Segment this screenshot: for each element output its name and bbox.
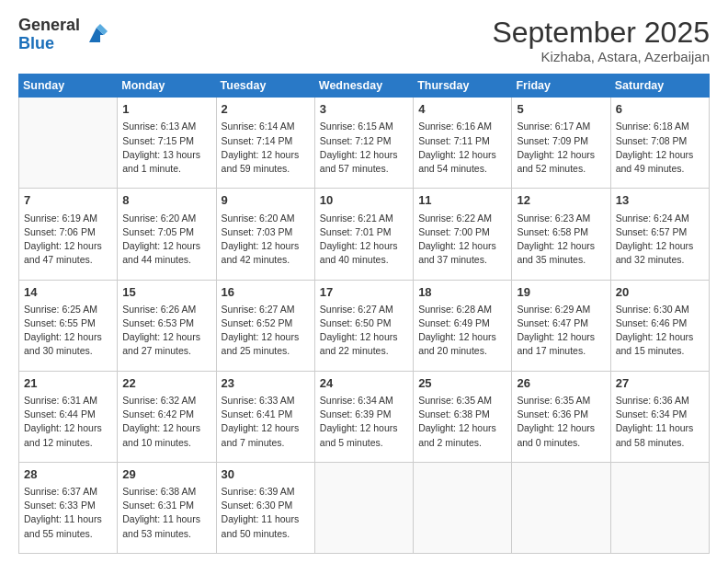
day-cell: 22Sunrise: 6:32 AM Sunset: 6:42 PM Dayli… — [118, 371, 216, 462]
day-cell: 30Sunrise: 6:39 AM Sunset: 6:30 PM Dayli… — [216, 462, 314, 553]
day-info: Sunrise: 6:35 AM Sunset: 6:38 PM Dayligh… — [418, 394, 506, 450]
day-number: 3 — [320, 101, 408, 118]
day-info: Sunrise: 6:14 AM Sunset: 7:14 PM Dayligh… — [222, 120, 310, 176]
day-cell — [512, 462, 610, 553]
week-row-2: 14Sunrise: 6:25 AM Sunset: 6:55 PM Dayli… — [19, 280, 710, 371]
day-info: Sunrise: 6:26 AM Sunset: 6:53 PM Dayligh… — [122, 303, 210, 359]
page: General Blue September 2025 Kizhaba, Ast… — [0, 0, 728, 563]
day-number: 4 — [418, 101, 506, 118]
day-info: Sunrise: 6:15 AM Sunset: 7:12 PM Dayligh… — [320, 120, 408, 176]
day-cell: 25Sunrise: 6:35 AM Sunset: 6:38 PM Dayli… — [414, 371, 512, 462]
day-info: Sunrise: 6:39 AM Sunset: 6:30 PM Dayligh… — [222, 485, 310, 541]
day-number: 25 — [418, 375, 506, 392]
day-cell: 19Sunrise: 6:29 AM Sunset: 6:47 PM Dayli… — [512, 280, 610, 371]
day-number: 22 — [122, 375, 210, 392]
day-cell: 3Sunrise: 6:15 AM Sunset: 7:12 PM Daylig… — [314, 98, 413, 189]
day-number: 21 — [24, 375, 112, 392]
day-cell: 2Sunrise: 6:14 AM Sunset: 7:14 PM Daylig… — [216, 98, 314, 189]
day-number: 15 — [122, 284, 210, 301]
day-number: 9 — [222, 192, 310, 209]
day-info: Sunrise: 6:33 AM Sunset: 6:41 PM Dayligh… — [222, 394, 310, 450]
day-number: 30 — [222, 466, 310, 483]
week-row-4: 28Sunrise: 6:37 AM Sunset: 6:33 PM Dayli… — [19, 462, 710, 553]
day-info: Sunrise: 6:13 AM Sunset: 7:15 PM Dayligh… — [122, 120, 210, 176]
day-cell: 13Sunrise: 6:24 AM Sunset: 6:57 PM Dayli… — [610, 189, 709, 280]
logo: General Blue — [18, 17, 109, 53]
day-cell: 5Sunrise: 6:17 AM Sunset: 7:09 PM Daylig… — [512, 98, 610, 189]
calendar-table: SundayMondayTuesdayWednesdayThursdayFrid… — [18, 74, 710, 554]
day-info: Sunrise: 6:34 AM Sunset: 6:39 PM Dayligh… — [320, 394, 408, 450]
day-info: Sunrise: 6:17 AM Sunset: 7:09 PM Dayligh… — [517, 120, 605, 176]
day-cell — [414, 462, 512, 553]
day-cell — [314, 462, 413, 553]
week-row-0: 1Sunrise: 6:13 AM Sunset: 7:15 PM Daylig… — [19, 98, 710, 189]
day-info: Sunrise: 6:35 AM Sunset: 6:36 PM Dayligh… — [517, 394, 605, 450]
weekday-friday: Friday — [512, 75, 610, 98]
day-info: Sunrise: 6:18 AM Sunset: 7:08 PM Dayligh… — [616, 120, 704, 176]
day-cell: 14Sunrise: 6:25 AM Sunset: 6:55 PM Dayli… — [19, 280, 118, 371]
day-number: 6 — [616, 101, 704, 118]
day-info: Sunrise: 6:27 AM Sunset: 6:52 PM Dayligh… — [222, 303, 310, 359]
weekday-thursday: Thursday — [414, 75, 512, 98]
day-cell: 27Sunrise: 6:36 AM Sunset: 6:34 PM Dayli… — [610, 371, 709, 462]
day-info: Sunrise: 6:37 AM Sunset: 6:33 PM Dayligh… — [24, 485, 112, 541]
day-cell: 16Sunrise: 6:27 AM Sunset: 6:52 PM Dayli… — [216, 280, 314, 371]
day-number: 10 — [320, 192, 408, 209]
day-info: Sunrise: 6:27 AM Sunset: 6:50 PM Dayligh… — [320, 303, 408, 359]
day-number: 2 — [222, 101, 310, 118]
logo-blue: Blue — [18, 35, 80, 53]
day-number: 13 — [616, 192, 704, 209]
day-info: Sunrise: 6:31 AM Sunset: 6:44 PM Dayligh… — [24, 394, 112, 450]
day-cell: 4Sunrise: 6:16 AM Sunset: 7:11 PM Daylig… — [414, 98, 512, 189]
day-number: 28 — [24, 466, 112, 483]
day-cell — [19, 98, 118, 189]
day-cell: 17Sunrise: 6:27 AM Sunset: 6:50 PM Dayli… — [314, 280, 413, 371]
day-info: Sunrise: 6:22 AM Sunset: 7:00 PM Dayligh… — [418, 212, 506, 268]
day-info: Sunrise: 6:30 AM Sunset: 6:46 PM Dayligh… — [616, 303, 704, 359]
week-row-3: 21Sunrise: 6:31 AM Sunset: 6:44 PM Dayli… — [19, 371, 710, 462]
day-info: Sunrise: 6:21 AM Sunset: 7:01 PM Dayligh… — [320, 212, 408, 268]
weekday-wednesday: Wednesday — [314, 75, 413, 98]
day-info: Sunrise: 6:32 AM Sunset: 6:42 PM Dayligh… — [122, 394, 210, 450]
weekday-sunday: Sunday — [19, 75, 118, 98]
day-cell: 29Sunrise: 6:38 AM Sunset: 6:31 PM Dayli… — [118, 462, 216, 553]
day-cell: 9Sunrise: 6:20 AM Sunset: 7:03 PM Daylig… — [216, 189, 314, 280]
day-info: Sunrise: 6:20 AM Sunset: 7:03 PM Dayligh… — [222, 212, 310, 268]
day-info: Sunrise: 6:23 AM Sunset: 6:58 PM Dayligh… — [517, 212, 605, 268]
day-cell: 20Sunrise: 6:30 AM Sunset: 6:46 PM Dayli… — [610, 280, 709, 371]
day-number: 23 — [222, 375, 310, 392]
logo-icon — [84, 22, 109, 48]
day-number: 17 — [320, 284, 408, 301]
weekday-header-row: SundayMondayTuesdayWednesdayThursdayFrid… — [19, 75, 710, 98]
day-cell: 28Sunrise: 6:37 AM Sunset: 6:33 PM Dayli… — [19, 462, 118, 553]
weekday-monday: Monday — [118, 75, 216, 98]
header: General Blue September 2025 Kizhaba, Ast… — [18, 17, 710, 64]
day-number: 14 — [24, 284, 112, 301]
day-info: Sunrise: 6:36 AM Sunset: 6:34 PM Dayligh… — [616, 394, 704, 450]
day-number: 26 — [517, 375, 605, 392]
day-number: 24 — [320, 375, 408, 392]
day-cell: 1Sunrise: 6:13 AM Sunset: 7:15 PM Daylig… — [118, 98, 216, 189]
day-number: 27 — [616, 375, 704, 392]
weekday-saturday: Saturday — [610, 75, 709, 98]
day-number: 11 — [418, 192, 506, 209]
day-number: 5 — [517, 101, 605, 118]
day-info: Sunrise: 6:25 AM Sunset: 6:55 PM Dayligh… — [24, 303, 112, 359]
day-cell: 21Sunrise: 6:31 AM Sunset: 6:44 PM Dayli… — [19, 371, 118, 462]
day-info: Sunrise: 6:28 AM Sunset: 6:49 PM Dayligh… — [418, 303, 506, 359]
day-cell: 11Sunrise: 6:22 AM Sunset: 7:00 PM Dayli… — [414, 189, 512, 280]
day-number: 19 — [517, 284, 605, 301]
day-number: 16 — [222, 284, 310, 301]
day-info: Sunrise: 6:38 AM Sunset: 6:31 PM Dayligh… — [122, 485, 210, 541]
day-number: 20 — [616, 284, 704, 301]
day-cell: 8Sunrise: 6:20 AM Sunset: 7:05 PM Daylig… — [118, 189, 216, 280]
day-number: 1 — [122, 101, 210, 118]
day-cell: 23Sunrise: 6:33 AM Sunset: 6:41 PM Dayli… — [216, 371, 314, 462]
logo-general: General — [18, 17, 80, 35]
day-number: 8 — [122, 192, 210, 209]
day-cell — [610, 462, 709, 553]
month-title: September 2025 — [492, 17, 710, 49]
logo-text: General Blue — [18, 17, 80, 53]
day-info: Sunrise: 6:24 AM Sunset: 6:57 PM Dayligh… — [616, 212, 704, 268]
week-row-1: 7Sunrise: 6:19 AM Sunset: 7:06 PM Daylig… — [19, 189, 710, 280]
